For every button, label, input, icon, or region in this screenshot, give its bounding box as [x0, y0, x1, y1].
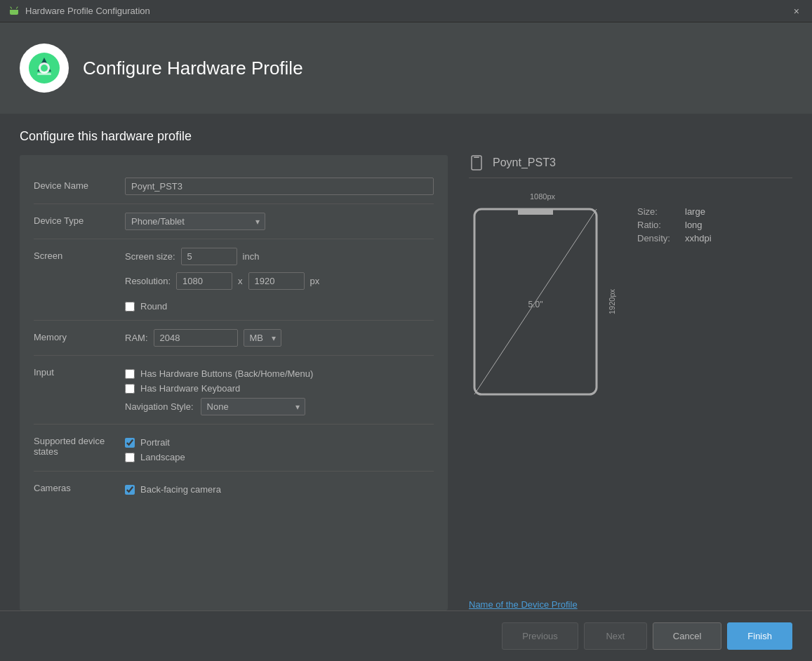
- device-name-control: [125, 178, 434, 195]
- nav-style-select-wrapper: None Gesture Navigation 3-Button Navigat…: [201, 398, 305, 415]
- profile-name-link[interactable]: Name of the Device Profile: [469, 599, 578, 610]
- density-spec-value: xxhdpi: [685, 233, 712, 243]
- input-label: Input: [34, 364, 125, 378]
- content: Configure this hardware profile Device N…: [0, 114, 812, 610]
- cancel-button[interactable]: Cancel: [653, 622, 721, 650]
- preview-device-icon: [469, 155, 484, 171]
- resolution-height-input[interactable]: [248, 272, 305, 290]
- next-button[interactable]: Next: [584, 622, 647, 650]
- resolution-width-input[interactable]: [176, 272, 232, 290]
- device-type-control: Phone/Tablet Tablet Wear OS Desktop TV A…: [125, 213, 434, 230]
- supported-states-row: Supported device states Portrait Landsca…: [34, 425, 434, 472]
- round-checkbox-row: Round: [125, 301, 434, 312]
- input-control: Has Hardware Buttons (Back/Home/Menu) Ha…: [125, 364, 434, 415]
- hardware-buttons-row: Has Hardware Buttons (Back/Home/Menu): [125, 368, 434, 379]
- title-bar-left: Hardware Profile Configuration: [8, 6, 150, 17]
- device-type-select-wrapper: Phone/Tablet Tablet Wear OS Desktop TV A…: [125, 213, 265, 230]
- resolution-label: Resolution:: [125, 276, 171, 286]
- window-title: Hardware Profile Configuration: [25, 6, 150, 16]
- ratio-spec-value: long: [685, 220, 703, 230]
- supported-states-label: Supported device states: [34, 433, 125, 457]
- preview-header: Poynt_PST3: [469, 155, 792, 178]
- main-area: Device Name Device Type Phone/Tablet Tab…: [0, 155, 812, 610]
- portrait-label: Portrait: [140, 437, 170, 448]
- screen-size-label: Screen size:: [125, 251, 175, 262]
- ram-unit-select[interactable]: MB GB: [244, 329, 281, 347]
- svg-text:5.0": 5.0": [528, 300, 543, 309]
- ram-label: RAM:: [125, 333, 148, 343]
- memory-control: RAM: MB GB: [125, 329, 434, 347]
- hardware-keyboard-label: Has Hardware Keyboard: [140, 383, 240, 394]
- title-bar: Hardware Profile Configuration ×: [0, 0, 812, 22]
- phone-with-height: 5.0" 1920px: [469, 203, 616, 400]
- cameras-row: Cameras Back-facing camera: [34, 472, 434, 503]
- screen-label: Screen: [34, 248, 125, 261]
- device-type-row: Device Type Phone/Tablet Tablet Wear OS …: [34, 204, 434, 239]
- portrait-row: Portrait: [125, 437, 434, 448]
- phone-preview-container: 1080px: [469, 192, 616, 400]
- portrait-checkbox[interactable]: [125, 438, 135, 448]
- width-label: 1080px: [530, 192, 555, 201]
- device-name-row: Device Name: [34, 169, 434, 204]
- svg-point-2: [41, 65, 48, 72]
- phone-frame: 5.0": [469, 203, 602, 400]
- ram-unit-select-wrapper: MB GB: [244, 329, 281, 347]
- header-title: Configure Hardware Profile: [83, 58, 303, 79]
- screen-row: Screen Screen size: inch Resolution: x: [34, 239, 434, 321]
- back-camera-row: Back-facing camera: [125, 484, 434, 495]
- header: Configure Hardware Profile: [0, 22, 812, 114]
- ram-row: RAM: MB GB: [125, 329, 434, 347]
- page-subtitle: Configure this hardware profile: [0, 114, 812, 155]
- size-spec-row: Size: large: [637, 206, 712, 217]
- close-button[interactable]: ×: [790, 4, 804, 18]
- preview-panel: Poynt_PST3 1080px: [448, 155, 792, 610]
- bottom-bar: Previous Next Cancel Finish: [0, 610, 812, 661]
- device-specs: Size: large Ratio: long Density: xxhdpi: [637, 206, 712, 243]
- landscape-checkbox[interactable]: [125, 453, 135, 462]
- hardware-keyboard-checkbox[interactable]: [125, 384, 135, 394]
- round-label: Round: [140, 301, 167, 312]
- form-panel: Device Name Device Type Phone/Tablet Tab…: [20, 155, 448, 610]
- screen-size-unit: inch: [243, 251, 260, 262]
- svg-rect-3: [37, 73, 51, 75]
- nav-style-label: Navigation Style:: [125, 401, 194, 412]
- ratio-spec-label: Ratio:: [637, 220, 679, 230]
- size-spec-label: Size:: [637, 206, 679, 217]
- profile-name-container: Name of the Device Profile: [469, 584, 792, 610]
- memory-label: Memory: [34, 329, 125, 342]
- hardware-keyboard-row: Has Hardware Keyboard: [125, 383, 434, 394]
- round-checkbox[interactable]: [125, 302, 135, 312]
- phone-svg: 5.0": [469, 203, 602, 400]
- nav-style-row: Navigation Style: None Gesture Navigatio…: [125, 398, 434, 415]
- device-name-input[interactable]: [125, 178, 434, 195]
- screen-size-row: Screen size: inch: [125, 248, 434, 265]
- size-spec-value: large: [685, 206, 705, 217]
- svg-rect-5: [474, 157, 479, 159]
- landscape-row: Landscape: [125, 452, 434, 462]
- device-type-select[interactable]: Phone/Tablet Tablet Wear OS Desktop TV A…: [125, 213, 265, 230]
- preview-content: 1080px: [469, 192, 792, 400]
- previous-button[interactable]: Previous: [502, 622, 578, 650]
- svg-rect-7: [518, 209, 553, 215]
- studio-logo-icon: [27, 51, 62, 86]
- screen-size-input[interactable]: [181, 248, 237, 265]
- ram-input[interactable]: [154, 329, 238, 347]
- cameras-label: Cameras: [34, 480, 125, 493]
- resolution-row: Resolution: x px: [125, 272, 434, 290]
- density-spec-label: Density:: [637, 233, 679, 243]
- resolution-x: x: [238, 276, 243, 286]
- header-logo: [20, 44, 69, 93]
- nav-style-select[interactable]: None Gesture Navigation 3-Button Navigat…: [201, 398, 305, 415]
- back-camera-label: Back-facing camera: [140, 484, 221, 495]
- hardware-buttons-label: Has Hardware Buttons (Back/Home/Menu): [140, 368, 313, 379]
- hardware-buttons-checkbox[interactable]: [125, 369, 135, 379]
- screen-control: Screen size: inch Resolution: x px: [125, 248, 434, 312]
- back-camera-checkbox[interactable]: [125, 485, 135, 495]
- memory-row: Memory RAM: MB GB: [34, 321, 434, 356]
- finish-button[interactable]: Finish: [727, 622, 792, 650]
- supported-states-control: Portrait Landscape: [125, 433, 434, 462]
- resolution-unit: px: [310, 276, 320, 286]
- device-type-label: Device Type: [34, 213, 125, 226]
- density-spec-row: Density: xxhdpi: [637, 233, 712, 243]
- device-name-label: Device Name: [34, 178, 125, 191]
